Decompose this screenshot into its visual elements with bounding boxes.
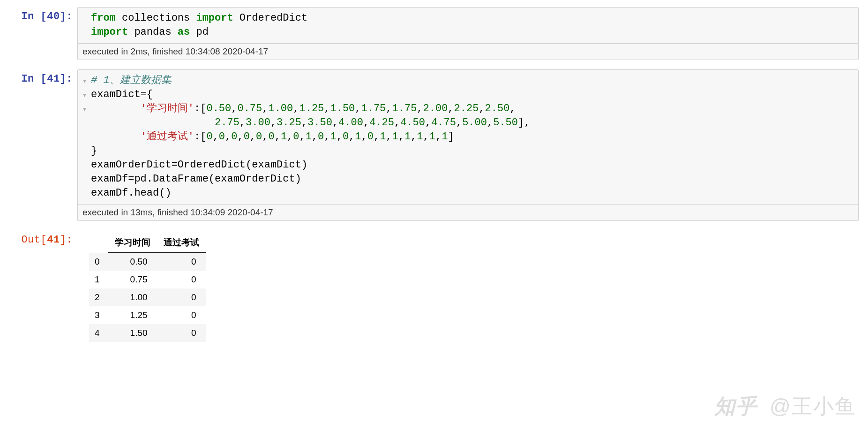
prompt-label: In [21, 73, 34, 85]
input-prompt: In [41]: [9, 69, 77, 221]
fold-marker-icon[interactable]: ▾ [78, 88, 91, 102]
col-header: 通过考试 [157, 233, 206, 253]
fold-marker-icon[interactable] [78, 11, 91, 25]
prompt-number: 41 [47, 73, 60, 85]
fold-marker-icon[interactable]: ▾ [78, 102, 91, 116]
table-cell: 0 [157, 306, 206, 324]
output-body: 学习时间 通过考试 00.50010.75021.00031.25041.500 [77, 230, 859, 342]
cell-body: from collections import OrderedDict impo… [77, 7, 859, 60]
table-cell: 1.25 [108, 306, 157, 324]
fold-gutter: ▾▾▾ [78, 70, 91, 204]
table-cell: 0 [157, 288, 206, 306]
fold-marker-icon[interactable] [78, 172, 91, 186]
prompt-number: 41 [47, 234, 60, 246]
code-editor[interactable]: # 1、建立数据集 examDict={ '学习时间':[0.50,0.75,1… [91, 70, 858, 204]
prompt-number: 40 [47, 11, 60, 23]
output-prompt: Out[41]: [9, 230, 77, 342]
notebook: In [40]: from collections import Ordered… [0, 0, 868, 365]
row-index: 0 [89, 253, 108, 271]
table-cell: 1.00 [108, 288, 157, 306]
table-cell: 0.50 [108, 253, 157, 271]
prompt-label: In [21, 11, 34, 23]
execution-meta: executed in 2ms, finished 10:34:08 2020-… [78, 43, 858, 60]
output-area: 学习时间 通过考试 00.50010.75021.00031.25041.500 [77, 230, 859, 342]
table-cell: 0 [157, 324, 206, 342]
index-header [89, 233, 108, 253]
execution-meta: executed in 13ms, finished 10:34:09 2020… [78, 204, 858, 220]
table-row: 10.750 [89, 271, 206, 288]
table-row: 00.500 [89, 253, 206, 271]
fold-marker-icon[interactable] [78, 186, 91, 200]
table-cell: 1.50 [108, 324, 157, 342]
row-index: 3 [89, 306, 108, 324]
col-header: 学习时间 [108, 233, 157, 253]
prompt-label: Out [21, 234, 40, 246]
code-editor[interactable]: from collections import OrderedDict impo… [91, 8, 858, 43]
code-cell-41: In [41]: ▾▾▾ # 1、建立数据集 examDict={ '学习时间'… [9, 69, 859, 221]
fold-marker-icon[interactable] [78, 158, 91, 172]
dataframe-table: 学习时间 通过考试 00.50010.75021.00031.25041.500 [89, 233, 206, 342]
fold-marker-icon[interactable] [78, 130, 91, 144]
code-container: ▾▾▾ # 1、建立数据集 examDict={ '学习时间':[0.50,0.… [77, 69, 859, 221]
fold-marker-icon[interactable] [78, 116, 91, 130]
table-row: 41.500 [89, 324, 206, 342]
table-cell: 0 [157, 271, 206, 288]
output-cell-41: Out[41]: 学习时间 通过考试 00.50010.75021.00031.… [9, 230, 859, 342]
code-cell-40: In [40]: from collections import Ordered… [9, 7, 859, 60]
row-index: 2 [89, 288, 108, 306]
fold-marker-icon[interactable] [78, 144, 91, 158]
table-row: 31.250 [89, 306, 206, 324]
row-index: 1 [89, 271, 108, 288]
fold-marker-icon[interactable] [78, 25, 91, 39]
fold-marker-icon[interactable]: ▾ [78, 74, 91, 88]
fold-gutter [78, 8, 91, 43]
cell-body: ▾▾▾ # 1、建立数据集 examDict={ '学习时间':[0.50,0.… [77, 69, 859, 221]
input-prompt: In [40]: [9, 7, 77, 60]
table-cell: 0 [157, 253, 206, 271]
table-cell: 0.75 [108, 271, 157, 288]
code-container: from collections import OrderedDict impo… [77, 7, 859, 60]
row-index: 4 [89, 324, 108, 342]
table-row: 21.000 [89, 288, 206, 306]
